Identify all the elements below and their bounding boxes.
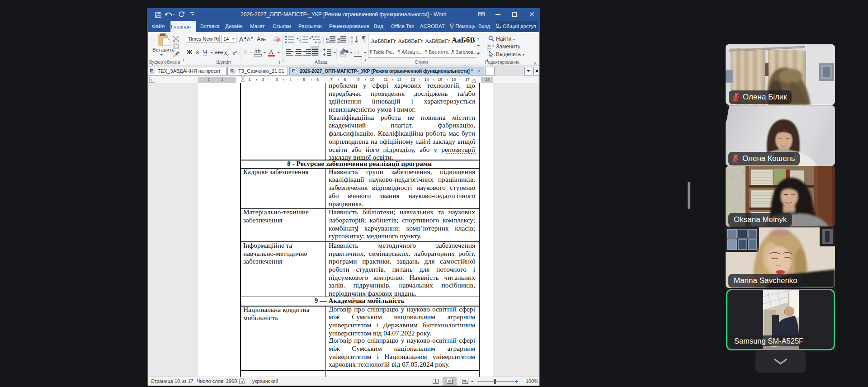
svg-text:3: 3 (299, 41, 301, 43)
svg-text:W: W (231, 69, 234, 72)
svg-text:ac: ac (487, 47, 491, 50)
svg-text:W: W (292, 69, 296, 72)
svg-text:W: W (151, 69, 154, 72)
svg-text:Я: Я (350, 40, 354, 44)
svg-text:А: А (350, 35, 353, 40)
